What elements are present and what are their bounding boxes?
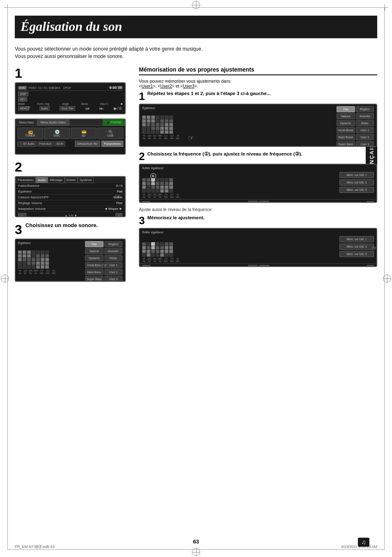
- r-eq-natural[interactable]: Natural: [337, 113, 355, 119]
- edit-back-btn-1[interactable]: ←: [142, 201, 150, 203]
- mem-buttons-1: Mém. sur Util. 1 Mém. sur Util. 2 Mém. s…: [338, 166, 374, 198]
- edit-freq-labels-2: 45Hz 120Hz 315Hz 800Hz 2.4kHz 6.3kHz 15k…: [142, 258, 338, 262]
- dvd-black-square: ■: [121, 102, 122, 105]
- home-btn-audio: ⌂: [115, 213, 122, 217]
- dvd-screen-inner: DVD VIDEO 01 □ 01 0:00:16 II LPCM 9:00 T…: [17, 84, 124, 112]
- edit-eq-bars-2: 45Hz 120Hz 315Hz 800Hz 2.4kHz 6.3kHz 15k…: [142, 236, 338, 262]
- edit-eq-content-1: Éditer égaliseur: [140, 165, 376, 199]
- plus-btn[interactable]: +: [259, 201, 269, 203]
- r-eq-vocal[interactable]: Vocal Boost: [337, 127, 355, 133]
- dvd-audio-btn: Audio: [39, 106, 50, 111]
- right-step-1-label: Répétez les étapes 1 et 2, puis à l'étap…: [147, 91, 270, 96]
- mem-util-3-btn-2[interactable]: Mém. sur Util. 3: [339, 251, 374, 257]
- page-border-bottom: [7, 549, 385, 550]
- r-eq-rhythm[interactable]: Rhythm: [356, 106, 374, 112]
- edit-eq-bottom-2: ← – + ⌂: [140, 263, 376, 267]
- eq-opt-bass[interactable]: Bass Boost: [85, 269, 104, 275]
- mem-util-1-btn-2[interactable]: Mém. sur Util. 1: [339, 236, 374, 242]
- eq-opt-user2[interactable]: User 2: [104, 269, 123, 275]
- eq-freq-labels: 45Hz 120Hz 315Hz 800Hz 2.4kHz 6.3kHz 15k…: [18, 269, 83, 274]
- section-desc: Vous pouvez mémoriser vous ajustements d…: [139, 79, 377, 88]
- adaptation-value: ◄ Moyen ►: [104, 207, 122, 211]
- reglage-label: Réglage Volume: [18, 201, 42, 205]
- minus-btn[interactable]: –: [248, 201, 258, 203]
- tab-systeme: Système: [78, 177, 94, 183]
- right-eq-bars: Égaliseur: [142, 106, 335, 147]
- mem-util-2-btn-2[interactable]: Mém. sur Util. 2: [339, 244, 374, 250]
- page-border-top: [7, 7, 385, 8]
- eq-bars-visual: [18, 246, 83, 269]
- eq-bar-45: [18, 251, 22, 269]
- edit-eq-screen-2: Éditer égaliseur: [139, 228, 377, 267]
- eq-opt-user3[interactable]: User 3: [104, 276, 123, 282]
- r-eq-user1[interactable]: User 1: [356, 127, 374, 133]
- eq-opt-rhythm[interactable]: Rhythm: [104, 241, 123, 247]
- intro-line2: Vous pouvez aussi personnaliser le mode …: [15, 53, 377, 60]
- page-border-left: [7, 7, 8, 550]
- edit-eq-title: Éditer égaliseur: [142, 166, 164, 170]
- adaptation-row: Adaptation Volume ◄ Moyen ►: [16, 206, 125, 212]
- fader-label: Fader/Balance: [18, 184, 39, 188]
- plus-btn-2[interactable]: +: [259, 265, 269, 267]
- audio-settings-screen: Paramètres Audio Affichage Entrée Systèm…: [15, 176, 126, 217]
- egaliseur-label: Égaliseur: [18, 190, 32, 193]
- r-eq-superbass[interactable]: Super Bass: [337, 141, 355, 147]
- dvd-play-btn: ▶/⏸: [114, 106, 122, 111]
- r-eq-flat[interactable]: Flat: [337, 106, 355, 112]
- step-2-header: 2: [15, 160, 130, 174]
- dvd-source-label: DVD: [18, 86, 27, 90]
- disc-btn: 💿DISC: [44, 128, 70, 139]
- av-in-btn: AV-IN: [55, 141, 66, 146]
- adaptation-label: Adaptation Volume: [18, 207, 46, 211]
- minus-btn-2[interactable]: –: [248, 265, 258, 267]
- edit-eq-title-2: Éditer égaliseur: [142, 230, 164, 234]
- r-eq-user3[interactable]: User 3: [356, 141, 374, 147]
- desactiver-av-btn: Désactiver AV: [75, 141, 100, 147]
- right-step-3-num: 3: [139, 215, 145, 226]
- r-eq-acoustic[interactable]: Acoustic: [356, 113, 374, 119]
- edit-eq-screen-1: Éditer égaliseur: [139, 164, 377, 203]
- eq-freq-bars: [18, 246, 49, 269]
- freq-6k3: 6.3kHz: [46, 269, 50, 274]
- dvd-soustire-btn: Sous-Titre: [60, 106, 75, 111]
- eq-screen-content: Égaliseur: [16, 239, 125, 282]
- page-indicator: ▲ 1/2 ▼: [65, 213, 77, 217]
- dvd-next-btn: ⏭: [99, 106, 104, 111]
- eq-opt-superbass[interactable]: Super Bass: [85, 276, 104, 282]
- eq-opt-natural[interactable]: Natural: [85, 248, 104, 254]
- r-eq-bass[interactable]: Bass Boost: [337, 134, 355, 140]
- edit-home-btn-1[interactable]: ⌂: [367, 201, 374, 203]
- r-eq-user2[interactable]: User 2: [356, 134, 374, 140]
- eq-opt-dynamic[interactable]: Dynamic: [85, 255, 104, 261]
- r-eq-relax[interactable]: Relax: [356, 120, 374, 126]
- menu-av-tab: Menu Audio-Video: [37, 119, 69, 125]
- eq-opt-relax[interactable]: Relax: [104, 255, 123, 261]
- eq-opt-vocal[interactable]: Vocal Boost: [85, 262, 104, 268]
- freq-800: 800Hz: [34, 269, 38, 274]
- dvd-hautc-label: Haut C: [100, 102, 108, 105]
- edit-back-btn-2[interactable]: ←: [142, 265, 150, 267]
- step-3-label: Choisissez un mode sonore.: [25, 222, 98, 228]
- dvd-video-label: VIDEO: [28, 86, 37, 89]
- edit-freq-labels-1: 45Hz 120Hz 315Hz 800Hz 2.4kHz 6.3kHz 15k…: [142, 193, 338, 198]
- right-eq-freq-bars: [142, 111, 173, 134]
- right-eq-screen: Égaliseur: [139, 104, 377, 147]
- sd-btn: 💳SD: [71, 128, 97, 139]
- dvd-screen: DVD VIDEO 01 □ 01 0:00:16 II LPCM 9:00 T…: [15, 82, 126, 114]
- fader-value: 0 / 0: [116, 184, 122, 188]
- mem-util-3-btn[interactable]: Mém. sur Util. 3: [339, 187, 374, 193]
- eq-screen-label: Égaliseur: [18, 241, 83, 245]
- mem-util-2-btn[interactable]: Mém. sur Util. 2: [339, 179, 374, 186]
- mem-util-1-btn[interactable]: Mém. sur Util. 1: [339, 172, 374, 178]
- phone-btn: 📱 PHONE: [103, 119, 125, 125]
- eq-mode-screen: Égaliseur: [15, 239, 126, 282]
- step-2-section: 2 Paramètres Audio Affichage Entrée Syst…: [15, 160, 130, 217]
- eq-opt-flat[interactable]: Flat: [85, 241, 104, 247]
- eq-opt-acoustic[interactable]: Acoustic: [104, 248, 123, 254]
- r-eq-dynamic[interactable]: Dynamic: [337, 120, 355, 126]
- reglage-row: Réglage Volume Fixe: [16, 200, 125, 206]
- edit-home-btn-2[interactable]: ⌂: [367, 265, 374, 267]
- dvd-disp-btn: DISP: [18, 92, 28, 96]
- right-step-2-num: 2: [139, 151, 145, 162]
- nav-menu-bottom: 🎵 BT-Audio Front AUX AV-IN Désactiver AV…: [16, 141, 125, 148]
